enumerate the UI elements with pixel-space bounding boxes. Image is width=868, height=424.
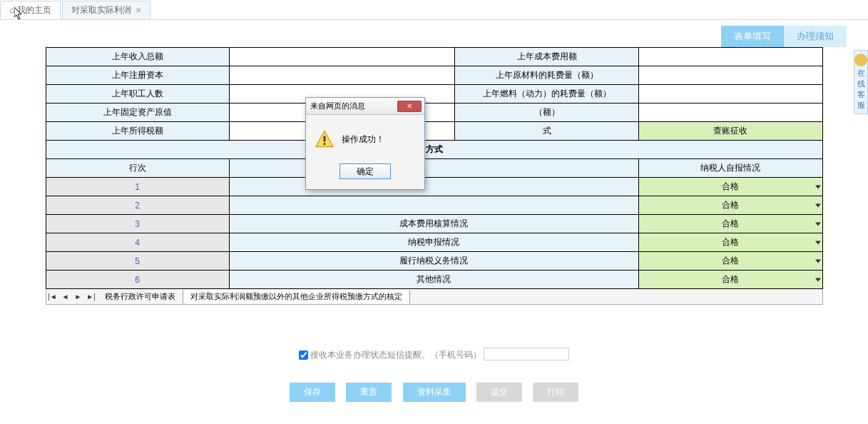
chevron-down-icon — [815, 259, 821, 263]
label-cell: 上年原材料的耗费量（额） — [455, 66, 639, 85]
input-cell[interactable] — [639, 66, 822, 85]
warning-icon — [315, 129, 335, 149]
status-select[interactable]: 合格 — [639, 178, 822, 196]
svg-rect-0 — [324, 136, 326, 142]
print-button: 打印 — [533, 383, 578, 402]
status-select[interactable]: 合格 — [639, 252, 822, 271]
row-item-label: 其他情况 — [229, 271, 638, 289]
sms-label: 接收本业务办理状态短信提醒。（手机号码） — [310, 350, 481, 360]
avatar-icon — [854, 54, 867, 66]
sms-checkbox[interactable] — [299, 350, 308, 360]
content-area: 上年收入总额 上年成本费用额 上年注册资本 上年原材料的耗费量（额） 上年职工人… — [0, 47, 868, 402]
dialog-title-text: 来自网页的消息 — [310, 101, 365, 111]
dialog-ok-button[interactable]: 确定 — [339, 163, 391, 179]
status-select[interactable]: 合格 — [639, 233, 822, 252]
sheet-prev-button[interactable]: ◄ — [59, 291, 72, 303]
sms-opt-in-row: 接收本业务办理状态短信提醒。（手机号码） — [7, 348, 861, 361]
row-item-label — [229, 178, 638, 196]
input-cell[interactable] — [229, 66, 455, 85]
label-cell: 上年职工人数 — [46, 85, 229, 104]
online-service-label: 在线客服 — [854, 68, 867, 111]
subtab-notice[interactable]: 办理须知 — [784, 26, 847, 47]
table-row: 上年注册资本 上年原材料的耗费量（额） — [46, 66, 822, 85]
reset-button[interactable]: 重置 — [346, 383, 392, 402]
table-row: 4 纳税申报情况 合格 — [46, 233, 822, 252]
table-row: 上年所得税额 式 查账征收 — [46, 122, 822, 141]
main-tab-bar: ⌂ 我的主页 对采取实际利润 ✕ — [0, 0, 868, 20]
table-row: 3 成本费用核算情况 合格 — [46, 215, 822, 233]
label-cell: 上年成本费用额 — [455, 48, 639, 66]
chevron-down-icon — [815, 278, 821, 281]
chevron-down-icon — [815, 222, 821, 226]
sheet-last-button[interactable]: ►| — [85, 291, 98, 303]
input-cell[interactable] — [639, 104, 822, 122]
row-item-label: 纳税申报情况 — [229, 233, 638, 252]
label-cell: 上年固定资产原值 — [46, 104, 229, 122]
chevron-down-icon — [815, 185, 821, 188]
status-select[interactable]: 合格 — [639, 271, 822, 289]
tab-home[interactable]: ⌂ 我的主页 — [0, 1, 61, 19]
table-header-row: 行次 纳税人自报情况 — [46, 159, 822, 178]
row-number: 3 — [46, 215, 229, 233]
col-header-row: 行次 — [46, 159, 229, 178]
sheet-first-button[interactable]: |◄ — [46, 291, 59, 303]
row-item-label — [229, 196, 638, 215]
collection-method-select[interactable]: 查账征收 — [639, 122, 822, 141]
tab-current-label: 对采取实际利润 — [71, 4, 131, 16]
save-button[interactable]: 保存 — [290, 383, 335, 402]
row-number: 4 — [46, 233, 229, 252]
label-cell: 上年所得税额 — [46, 122, 229, 141]
collect-button[interactable]: 资料采集 — [403, 383, 466, 402]
tab-current[interactable]: 对采取实际利润 ✕ — [62, 1, 150, 19]
section-header: 方式 — [46, 141, 822, 159]
row-number: 6 — [46, 271, 229, 289]
row-number: 1 — [46, 178, 229, 196]
table-row: 上年固定资产原值 （额） — [46, 104, 822, 122]
row-item-label: 履行纳税义务情况 — [229, 252, 638, 271]
input-cell[interactable] — [639, 85, 822, 104]
sheet-tab-prev[interactable]: 税务行政许可申请表 — [98, 290, 183, 303]
svg-rect-1 — [324, 143, 326, 145]
table-row: 2 合格 — [46, 196, 822, 215]
table-row: 6 其他情况 合格 — [46, 271, 822, 289]
message-dialog: 来自网页的消息 ✕ 操作成功！ 确定 — [305, 97, 425, 190]
status-select[interactable]: 合格 — [639, 196, 822, 215]
dialog-titlebar: 来自网页的消息 ✕ — [306, 98, 424, 115]
col-header-status: 纳税人自报情况 — [639, 159, 822, 178]
row-item-label: 成本费用核算情况 — [229, 215, 638, 233]
sheet-nav-bar: |◄ ◄ ► ►| 税务行政许可申请表 对采取实际利润额预缴以外的其他企业所得税… — [46, 289, 823, 305]
sheet-next-button[interactable]: ► — [72, 291, 85, 303]
close-icon[interactable]: ✕ — [136, 6, 141, 14]
table-row: 方式 — [46, 141, 822, 159]
tab-home-label: 我的主页 — [17, 4, 51, 16]
label-cell: （额） — [455, 104, 639, 122]
home-icon: ⌂ — [9, 5, 14, 15]
dialog-message: 操作成功！ — [342, 133, 384, 146]
submit-button: 提交 — [476, 383, 522, 402]
dialog-close-button[interactable]: ✕ — [397, 101, 422, 112]
row-number: 5 — [46, 252, 229, 271]
table-row: 5 履行纳税义务情况 合格 — [46, 252, 822, 271]
sheet-tab-current[interactable]: 对采取实际利润额预缴以外的其他企业所得税预缴方式的核定 — [183, 290, 410, 303]
input-cell[interactable] — [229, 48, 455, 66]
subtab-form-fill[interactable]: 表单填写 — [721, 26, 784, 47]
table-row: 上年职工人数 上年燃料（动力）的耗费量（额） — [46, 85, 822, 104]
input-cell[interactable] — [639, 48, 822, 66]
chevron-down-icon — [815, 203, 821, 207]
table-row: 1 合格 — [46, 178, 822, 196]
label-cell: 上年注册资本 — [46, 66, 229, 85]
dialog-footer: 确定 — [306, 159, 424, 189]
label-cell: 上年燃料（动力）的耗费量（额） — [455, 85, 639, 104]
row-number: 2 — [46, 196, 229, 215]
table-row: 上年收入总额 上年成本费用额 — [46, 48, 822, 66]
collection-method-value: 查账征收 — [713, 126, 747, 136]
chevron-down-icon — [815, 241, 821, 244]
main-form-table: 上年收入总额 上年成本费用额 上年注册资本 上年原材料的耗费量（额） 上年职工人… — [46, 47, 823, 289]
label-cell: 上年收入总额 — [46, 48, 229, 66]
action-button-row: 保存 重置 资料采集 提交 打印 — [7, 383, 861, 402]
online-service-widget[interactable]: 在线客服 — [854, 50, 868, 114]
status-select[interactable]: 合格 — [639, 215, 822, 233]
label-cell: 式 — [455, 122, 639, 141]
phone-input[interactable] — [484, 348, 569, 360]
col-header-item — [229, 159, 638, 178]
